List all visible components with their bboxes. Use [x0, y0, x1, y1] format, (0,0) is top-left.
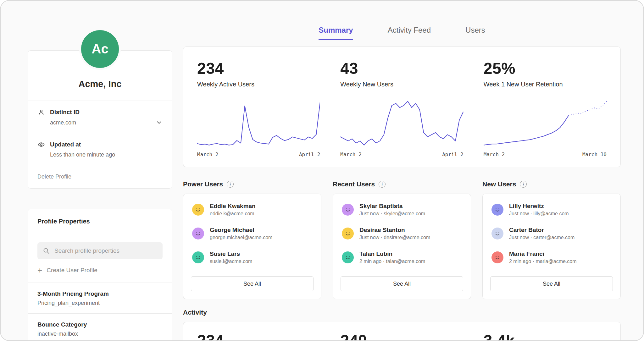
- chevron-down-icon[interactable]: [156, 119, 163, 126]
- list-item[interactable]: Lilly Herwitz Just now · lilly@acme.com: [483, 198, 620, 222]
- company-avatar-initials: Ac: [92, 41, 108, 57]
- user-avatar: [491, 251, 503, 263]
- summary-stats-card: 234 Weekly Active Users March 2 April 2 …: [183, 47, 621, 167]
- list-item[interactable]: Susie Lars susie.l@acme.com: [183, 245, 321, 269]
- x-tick-start: March 2: [197, 151, 218, 157]
- activity-stats-card: 234 240 3.4k: [183, 322, 621, 341]
- stat-value: 43: [340, 59, 463, 78]
- smiley-face-icon: [343, 229, 353, 238]
- property-item[interactable]: Bounce Category inactive-mailbox: [28, 314, 172, 341]
- info-icon[interactable]: i: [227, 181, 234, 188]
- x-tick-end: April 2: [442, 151, 463, 157]
- x-axis-ticks: March 2 March 10: [484, 151, 607, 157]
- user-meta: eddie.k@acme.com: [210, 211, 256, 217]
- activity-stat: 3.4k: [484, 332, 607, 341]
- see-all-button[interactable]: See All: [341, 276, 463, 291]
- stat-weekly-new-users: 43 Weekly New Users March 2 April 2: [340, 59, 463, 157]
- info-icon[interactable]: i: [379, 181, 386, 188]
- distinct-id-label-row: Distinct ID: [37, 108, 163, 116]
- user-name: Carter Bator: [509, 227, 575, 234]
- search-wrap: [37, 242, 163, 259]
- activity-section-title: Activity: [183, 309, 621, 316]
- list-item[interactable]: Eddie Kwakman eddie.k@acme.com: [183, 198, 321, 222]
- sidebar: Ac Acme, Inc Distinct ID acme.com: [28, 28, 172, 341]
- smiley-face-icon: [343, 253, 353, 262]
- user-meta: Just now · lilly@acme.com: [509, 211, 569, 217]
- user-meta: 2 min ago · maria@acme.com: [509, 259, 577, 264]
- company-avatar: Ac: [79, 28, 121, 70]
- user-lists-row: Power Users i Eddie Kwakman eddie.k@acme…: [183, 180, 621, 299]
- recent-users-card: Skylar Baptista Just now · skyler@acme.c…: [333, 194, 471, 299]
- company-profile-page: Ac Acme, Inc Distinct ID acme.com: [0, 0, 644, 341]
- stat-label: Week 1 New User Retention: [484, 81, 607, 88]
- activity-stat: 240: [340, 332, 463, 341]
- stat-value: 3.4k: [484, 332, 607, 341]
- eye-icon: [37, 141, 45, 148]
- tab-users[interactable]: Users: [465, 26, 485, 40]
- property-item[interactable]: 3-Month Pricing Program Pricing_plan_exp…: [28, 283, 172, 314]
- create-user-profile-label: Create User Profile: [47, 267, 97, 274]
- stat-week1-retention: 25% Week 1 New User Retention March 2 Ma…: [484, 59, 607, 157]
- see-all-button[interactable]: See All: [490, 276, 613, 291]
- list-item[interactable]: Maria Franci 2 min ago · maria@acme.com: [483, 245, 620, 269]
- user-meta: Just now · desirare@acme.com: [359, 235, 430, 240]
- tab-summary[interactable]: Summary: [319, 26, 353, 40]
- stat-label: Weekly New Users: [340, 81, 463, 88]
- power-users-title: Power Users: [183, 180, 223, 188]
- property-value: inactive-mailbox: [37, 331, 163, 337]
- x-tick-end: April 2: [299, 151, 320, 157]
- recent-users-section: Recent Users i Skylar Baptista Just now …: [333, 180, 471, 299]
- stat-value: 234: [197, 332, 320, 341]
- list-item[interactable]: Carter Bator Just now · carter@acme.com: [483, 222, 620, 245]
- user-avatar: [491, 204, 503, 216]
- info-icon[interactable]: i: [520, 181, 527, 188]
- user-name: Talan Lubin: [359, 250, 425, 257]
- user-meta: 2 min ago · talan@acme.com: [359, 259, 425, 264]
- user-name: Desirae Stanton: [359, 227, 430, 234]
- power-users-section: Power Users i Eddie Kwakman eddie.k@acme…: [183, 180, 321, 299]
- profile-properties-title: Profile Properties: [28, 209, 172, 234]
- user-name: Eddie Kwakman: [210, 203, 256, 210]
- smiley-face-icon: [493, 229, 502, 238]
- main-content: Summary Activity Feed Users 234 Weekly A…: [183, 26, 621, 341]
- weekly-active-users-chart: [197, 99, 320, 148]
- updated-at-label-row: Updated at: [37, 141, 163, 148]
- stat-value: 234: [197, 59, 320, 78]
- week1-retention-chart: [484, 99, 607, 148]
- recent-users-title: Recent Users: [333, 180, 375, 188]
- user-meta: susie.l@acme.com: [210, 259, 252, 264]
- list-item[interactable]: Skylar Baptista Just now · skyler@acme.c…: [333, 198, 471, 222]
- property-value: Pricing_plan_experiment: [37, 300, 163, 306]
- create-user-profile-button[interactable]: + Create User Profile: [28, 264, 172, 283]
- person-icon: [37, 108, 45, 116]
- list-item[interactable]: George Michael george.michael@acme.com: [183, 222, 321, 245]
- search-icon: [42, 247, 50, 255]
- user-avatar: [342, 204, 354, 216]
- user-avatar: [342, 228, 354, 239]
- smiley-face-icon: [493, 205, 502, 214]
- user-name: George Michael: [210, 227, 272, 234]
- power-users-heading: Power Users i: [183, 180, 321, 188]
- see-all-button[interactable]: See All: [191, 276, 314, 291]
- distinct-id-label: Distinct ID: [50, 109, 80, 116]
- plus-icon: +: [37, 267, 42, 273]
- user-avatar: [491, 228, 503, 239]
- recent-users-heading: Recent Users i: [333, 180, 471, 188]
- delete-profile-button[interactable]: Delete Profile: [28, 165, 172, 188]
- x-tick-start: March 2: [340, 151, 361, 157]
- distinct-id-row: Distinct ID acme.com: [28, 101, 172, 133]
- x-tick-end: March 10: [582, 151, 607, 157]
- list-item[interactable]: Talan Lubin 2 min ago · talan@acme.com: [333, 245, 471, 269]
- user-avatar: [342, 251, 354, 263]
- list-item[interactable]: Desirae Stanton Just now · desirare@acme…: [333, 222, 471, 245]
- new-users-card: Lilly Herwitz Just now · lilly@acme.com …: [482, 194, 621, 299]
- user-avatar: [192, 204, 204, 216]
- smiley-face-icon: [193, 229, 203, 238]
- user-name: Lilly Herwitz: [509, 203, 569, 210]
- smiley-face-icon: [343, 205, 353, 214]
- tab-activity-feed[interactable]: Activity Feed: [388, 26, 431, 40]
- stat-label: Weekly Active Users: [197, 81, 320, 88]
- user-meta: Just now · skyler@acme.com: [359, 211, 425, 217]
- new-users-title: New Users: [482, 180, 516, 188]
- search-profile-properties-input[interactable]: [37, 242, 163, 259]
